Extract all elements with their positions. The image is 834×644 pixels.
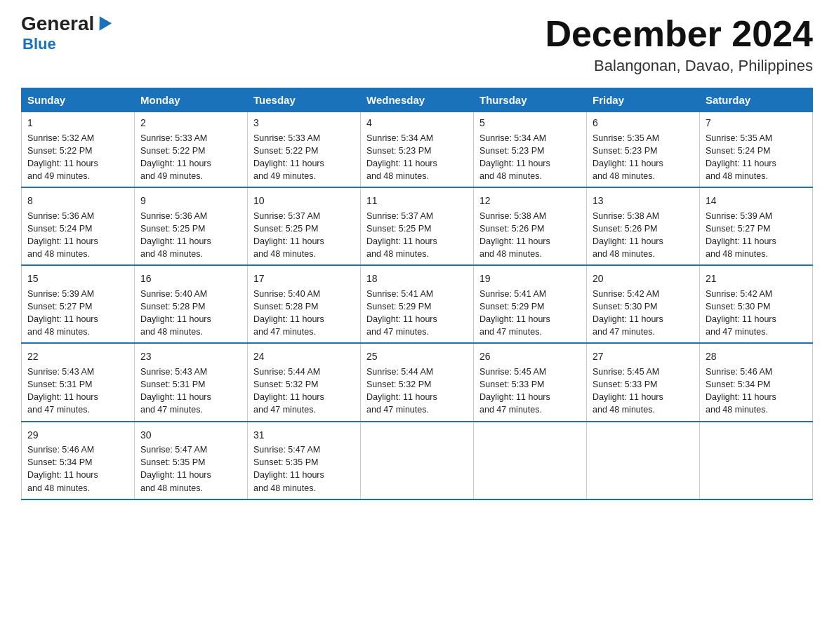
calendar-cell: 9Sunrise: 5:36 AM Sunset: 5:25 PM Daylig… [135,190,248,265]
day-info: Sunrise: 5:40 AM Sunset: 5:28 PM Dayligh… [140,288,241,339]
day-info: Sunrise: 5:45 AM Sunset: 5:33 PM Dayligh… [479,365,581,417]
day-info: Sunrise: 5:42 AM Sunset: 5:30 PM Dayligh… [593,288,694,339]
week-row: 1Sunrise: 5:32 AM Sunset: 5:22 PM Daylig… [22,112,813,188]
calendar-cell: 10Sunrise: 5:37 AM Sunset: 5:25 PM Dayli… [248,190,361,265]
page-subtitle: Balangonan, Davao, Philippines [545,57,813,75]
column-header-thursday: Thursday [474,88,587,112]
day-info: Sunrise: 5:46 AM Sunset: 5:34 PM Dayligh… [27,443,128,495]
day-info: Sunrise: 5:45 AM Sunset: 5:33 PM Dayligh… [593,365,694,417]
column-header-friday: Friday [587,88,700,112]
day-number: 9 [140,194,241,208]
day-info: Sunrise: 5:38 AM Sunset: 5:26 PM Dayligh… [593,210,694,261]
day-number: 13 [593,194,694,208]
day-info: Sunrise: 5:43 AM Sunset: 5:31 PM Dayligh… [27,365,128,417]
day-number: 5 [479,116,581,130]
day-number: 28 [706,350,807,364]
calendar-table: SundayMondayTuesdayWednesdayThursdayFrid… [21,88,813,499]
calendar-cell: 3Sunrise: 5:33 AM Sunset: 5:22 PM Daylig… [248,112,361,188]
logo-blue: Blue [21,35,56,53]
day-info: Sunrise: 5:43 AM Sunset: 5:31 PM Dayligh… [140,365,241,417]
week-row: 8Sunrise: 5:36 AM Sunset: 5:24 PM Daylig… [22,190,813,265]
day-info: Sunrise: 5:39 AM Sunset: 5:27 PM Dayligh… [27,288,128,339]
day-number: 22 [27,350,128,364]
day-info: Sunrise: 5:47 AM Sunset: 5:35 PM Dayligh… [253,443,355,495]
day-number: 24 [253,350,355,364]
day-number: 3 [253,116,355,130]
calendar-cell: 18Sunrise: 5:41 AM Sunset: 5:29 PM Dayli… [361,268,474,343]
day-info: Sunrise: 5:35 AM Sunset: 5:24 PM Dayligh… [706,132,807,183]
calendar-cell: 16Sunrise: 5:40 AM Sunset: 5:28 PM Dayli… [135,268,248,343]
day-number: 10 [253,194,355,208]
calendar-cell: 25Sunrise: 5:44 AM Sunset: 5:32 PM Dayli… [361,346,474,421]
calendar-cell: 19Sunrise: 5:41 AM Sunset: 5:29 PM Dayli… [474,268,587,343]
day-number: 1 [27,116,128,130]
day-number: 19 [479,272,581,286]
day-info: Sunrise: 5:44 AM Sunset: 5:32 PM Dayligh… [366,365,468,417]
calendar-cell: 13Sunrise: 5:38 AM Sunset: 5:26 PM Dayli… [587,190,700,265]
title-area: December 2024 Balangonan, Davao, Philipp… [545,14,813,75]
day-number: 29 [27,429,128,443]
day-info: Sunrise: 5:37 AM Sunset: 5:25 PM Dayligh… [366,210,468,261]
logo: General Blue [21,14,110,53]
calendar-cell: 21Sunrise: 5:42 AM Sunset: 5:30 PM Dayli… [700,268,813,343]
day-info: Sunrise: 5:42 AM Sunset: 5:30 PM Dayligh… [706,288,807,339]
column-header-wednesday: Wednesday [361,88,474,112]
day-info: Sunrise: 5:40 AM Sunset: 5:28 PM Dayligh… [253,288,355,339]
day-info: Sunrise: 5:39 AM Sunset: 5:27 PM Dayligh… [706,210,807,261]
day-number: 15 [27,272,128,286]
day-number: 27 [593,350,694,364]
calendar-cell: 26Sunrise: 5:45 AM Sunset: 5:33 PM Dayli… [474,346,587,421]
week-row: 22Sunrise: 5:43 AM Sunset: 5:31 PM Dayli… [22,346,813,421]
day-number: 26 [479,350,581,364]
calendar-cell [361,424,474,499]
column-header-tuesday: Tuesday [248,88,361,112]
page-title: December 2024 [545,14,813,54]
calendar-cell: 4Sunrise: 5:34 AM Sunset: 5:23 PM Daylig… [361,112,474,188]
day-info: Sunrise: 5:34 AM Sunset: 5:23 PM Dayligh… [479,132,581,183]
calendar-cell: 12Sunrise: 5:38 AM Sunset: 5:26 PM Dayli… [474,190,587,265]
calendar-cell: 1Sunrise: 5:32 AM Sunset: 5:22 PM Daylig… [22,112,135,188]
calendar-cell: 11Sunrise: 5:37 AM Sunset: 5:25 PM Dayli… [361,190,474,265]
calendar-cell: 7Sunrise: 5:35 AM Sunset: 5:24 PM Daylig… [700,112,813,188]
day-number: 30 [140,429,241,443]
day-info: Sunrise: 5:33 AM Sunset: 5:22 PM Dayligh… [140,132,241,183]
calendar-cell: 23Sunrise: 5:43 AM Sunset: 5:31 PM Dayli… [135,346,248,421]
day-info: Sunrise: 5:32 AM Sunset: 5:22 PM Dayligh… [27,132,128,183]
day-number: 23 [140,350,241,364]
day-info: Sunrise: 5:34 AM Sunset: 5:23 PM Dayligh… [366,132,468,183]
day-number: 8 [27,194,128,208]
calendar-cell: 24Sunrise: 5:44 AM Sunset: 5:32 PM Dayli… [248,346,361,421]
page-header: General Blue December 2024 Balangonan, D… [21,14,813,75]
week-row: 29Sunrise: 5:46 AM Sunset: 5:34 PM Dayli… [22,424,813,499]
calendar-cell: 15Sunrise: 5:39 AM Sunset: 5:27 PM Dayli… [22,268,135,343]
day-number: 6 [593,116,694,130]
calendar-cell: 17Sunrise: 5:40 AM Sunset: 5:28 PM Dayli… [248,268,361,343]
day-info: Sunrise: 5:47 AM Sunset: 5:35 PM Dayligh… [140,443,241,495]
calendar-cell: 2Sunrise: 5:33 AM Sunset: 5:22 PM Daylig… [135,112,248,188]
day-info: Sunrise: 5:36 AM Sunset: 5:24 PM Dayligh… [27,210,128,261]
day-number: 31 [253,429,355,443]
day-info: Sunrise: 5:36 AM Sunset: 5:25 PM Dayligh… [140,210,241,261]
day-info: Sunrise: 5:37 AM Sunset: 5:25 PM Dayligh… [253,210,355,261]
calendar-cell: 30Sunrise: 5:47 AM Sunset: 5:35 PM Dayli… [135,424,248,499]
day-info: Sunrise: 5:38 AM Sunset: 5:26 PM Dayligh… [479,210,581,261]
day-info: Sunrise: 5:33 AM Sunset: 5:22 PM Dayligh… [253,132,355,183]
day-info: Sunrise: 5:44 AM Sunset: 5:32 PM Dayligh… [253,365,355,417]
calendar-cell: 14Sunrise: 5:39 AM Sunset: 5:27 PM Dayli… [700,190,813,265]
day-number: 4 [366,116,468,130]
day-number: 18 [366,272,468,286]
logo-triangle-icon [93,16,112,34]
day-number: 14 [706,194,807,208]
day-number: 2 [140,116,241,130]
day-number: 7 [706,116,807,130]
column-header-sunday: Sunday [22,88,135,112]
day-number: 20 [593,272,694,286]
calendar-cell [474,424,587,499]
calendar-cell: 5Sunrise: 5:34 AM Sunset: 5:23 PM Daylig… [474,112,587,188]
calendar-cell: 29Sunrise: 5:46 AM Sunset: 5:34 PM Dayli… [22,424,135,499]
calendar-cell: 22Sunrise: 5:43 AM Sunset: 5:31 PM Dayli… [22,346,135,421]
calendar-cell: 6Sunrise: 5:35 AM Sunset: 5:23 PM Daylig… [587,112,700,188]
column-header-saturday: Saturday [700,88,813,112]
day-info: Sunrise: 5:35 AM Sunset: 5:23 PM Dayligh… [593,132,694,183]
day-info: Sunrise: 5:41 AM Sunset: 5:29 PM Dayligh… [366,288,468,339]
